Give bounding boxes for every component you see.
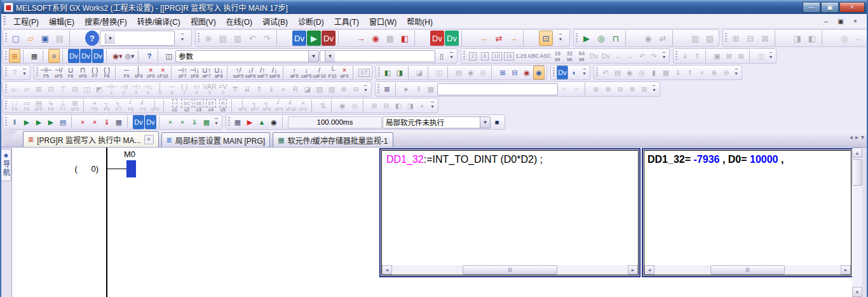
monitor-mode-button[interactable]: ⊡ bbox=[539, 31, 553, 46]
statement-edit-button[interactable]: ▨ bbox=[326, 82, 337, 96]
menu-edit[interactable]: 编辑(E) bbox=[44, 14, 79, 29]
zoom-in-2-button[interactable]: ⊕ bbox=[338, 82, 349, 96]
edit-block-button[interactable]: ◪ bbox=[414, 66, 425, 79]
toolbar-overflow[interactable]: ▾ bbox=[213, 115, 220, 129]
scroll-down-arrow-icon[interactable]: ▼ bbox=[852, 287, 862, 297]
sfc-sort-button[interactable]: ⇅ bbox=[317, 99, 329, 113]
chart-2-button[interactable]: ▨ bbox=[703, 31, 717, 46]
device-comment-list-button[interactable]: Dv bbox=[68, 49, 79, 63]
blank-button-2[interactable]: ▫ bbox=[571, 82, 582, 96]
write-to-plc-button[interactable]: → bbox=[354, 31, 368, 46]
pulse-measure-button[interactable]: ⊓ bbox=[609, 31, 623, 46]
device-comment-button[interactable]: Dv bbox=[292, 31, 306, 46]
find-down-button[interactable]: ⇓ bbox=[672, 66, 684, 79]
sfc-st-button[interactable]: ST c4 bbox=[205, 99, 217, 113]
sfc-step-button[interactable]: □ F5 bbox=[9, 99, 20, 113]
pulse-up-contact-button[interactable]: ⊣↑ sF7 bbox=[177, 66, 188, 79]
find-4-button[interactable]: ◎ bbox=[636, 66, 648, 79]
contact-3-button[interactable]: ⊣↑ 3 bbox=[130, 82, 142, 96]
coil-button[interactable]: ( ) F7 bbox=[89, 66, 100, 79]
device-edit-1-button[interactable]: Dv bbox=[588, 49, 599, 63]
device-next-button[interactable]: → bbox=[624, 49, 635, 63]
trace-transfer-button[interactable]: ⇄ bbox=[656, 31, 670, 46]
note-edit-button[interactable]: ▧ bbox=[314, 82, 325, 96]
sfc-se-button[interactable]: SE c3 bbox=[193, 99, 205, 113]
ladder-canvas[interactable]: ( 0) M0 DD1_32:=INT_TO_DINT (D0*D2) ; ◄ … bbox=[11, 148, 852, 297]
zoom-out-button[interactable]: ⊖ bbox=[721, 66, 732, 79]
undo-button[interactable]: ↶ bbox=[245, 31, 259, 46]
watch-register-button[interactable]: ◎ bbox=[594, 31, 608, 46]
inline-st-box[interactable]: DD1_32:=INT_TO_DINT (D0*D2) ; ◄ ► bbox=[379, 148, 641, 277]
display-abc-button[interactable]: ABC bbox=[527, 49, 539, 63]
device-batch-monitor-button[interactable]: Dv bbox=[557, 66, 568, 79]
sfc-jump-button[interactable]: ↳ F8 bbox=[45, 99, 57, 113]
find-in-page-button[interactable]: ▯ bbox=[436, 49, 447, 63]
step-down-button[interactable]: ⇓ bbox=[189, 115, 200, 129]
display-ascii-button[interactable]: ASC bbox=[539, 49, 551, 63]
toolbar-overflow[interactable]: ▾ bbox=[553, 31, 567, 46]
cross-reference-button[interactable]: ◎ bbox=[837, 31, 851, 46]
verify-with-plc-button[interactable]: ▦ bbox=[383, 31, 397, 46]
device-prev-button[interactable]: ← bbox=[612, 49, 623, 63]
mdi-restore-button[interactable]: ▣ bbox=[834, 16, 847, 26]
tab-list-button[interactable]: ▾ bbox=[861, 134, 864, 141]
close-branch-button[interactable]: ⊓ sF6 bbox=[77, 66, 88, 79]
find-device-button[interactable]: ◉ bbox=[465, 66, 477, 79]
var-0-button[interactable]: =V 0 bbox=[217, 82, 229, 96]
scroll-thumb[interactable] bbox=[463, 265, 557, 275]
find-string-combo[interactable] bbox=[320, 50, 435, 62]
sfc-find-table-button[interactable]: ◉ bbox=[337, 99, 348, 113]
chart-1-button[interactable]: ▥ bbox=[688, 31, 702, 46]
pulse-not-up-contact-button[interactable]: ↑/ saF5 bbox=[233, 66, 244, 79]
outline-expand-button[interactable]: ⇑ bbox=[691, 49, 703, 63]
menu-find-replace[interactable]: 搜索/替换(F) bbox=[79, 14, 132, 29]
document-2-button[interactable]: ▤ bbox=[612, 66, 623, 79]
sfc-a-branch-3-button[interactable]: ┘ aF9 bbox=[273, 99, 285, 113]
tree-view-1-button[interactable]: ⊞ bbox=[497, 66, 508, 79]
tab-local-label[interactable]: ≣ 局部标签设置 MAIN [PRG] × bbox=[161, 132, 271, 147]
tree-view-2-button[interactable]: ⊟ bbox=[509, 66, 520, 79]
device-display-dropdown[interactable]: ◉▾ bbox=[112, 49, 123, 63]
result-falling-button[interactable]: ↓ caF5 bbox=[301, 66, 312, 79]
pulse-pair-up-button[interactable]: ⇈ bbox=[229, 82, 241, 96]
open-branch-button[interactable]: ⊔ F6 bbox=[65, 66, 76, 79]
register-table-button[interactable]: ▦ bbox=[113, 115, 125, 129]
sfc-delete-button[interactable]: × cF9 bbox=[297, 99, 309, 113]
interlock-edit-button[interactable]: ▱ bbox=[21, 82, 32, 96]
editor-vertical-scrollbar[interactable]: ▲ ▼ bbox=[852, 148, 862, 297]
sfc-person-2-button[interactable]: ◨ bbox=[405, 99, 416, 113]
sfc-find-button[interactable]: ◎ bbox=[349, 99, 360, 113]
coil-7-button[interactable]: ( ) 7 bbox=[179, 82, 190, 96]
monitor-start-button[interactable]: ▶ bbox=[21, 115, 32, 129]
toolbar-overflow[interactable]: ▾ bbox=[175, 31, 189, 46]
monitor-interval-button[interactable]: ◐ bbox=[569, 66, 580, 79]
undo-trace-button[interactable]: ↶ bbox=[600, 66, 611, 79]
module-configuration-button[interactable]: ▦ bbox=[29, 49, 40, 63]
menu-online[interactable]: 在线(O) bbox=[221, 14, 257, 29]
tab-scroll-left-button[interactable]: ◂ bbox=[850, 134, 853, 141]
line-mode-button[interactable]: ◫ bbox=[433, 66, 445, 79]
vertical-5-button[interactable]: │ 5 bbox=[154, 82, 166, 96]
pulse-down-branch-button[interactable]: ⊔↓ aF8 bbox=[213, 66, 224, 79]
edge-select-button[interactable]: ◩ bbox=[93, 82, 105, 96]
device-edit-button[interactable]: Dv bbox=[445, 31, 459, 46]
pulse-down-2-button[interactable]: ⇓ bbox=[266, 82, 277, 96]
forced-on-button[interactable]: × bbox=[165, 115, 176, 129]
display-octal-button[interactable]: 8 bbox=[479, 49, 491, 63]
column-select-button[interactable]: ◫ bbox=[81, 82, 93, 96]
window-cascade-button[interactable]: ▣ bbox=[711, 49, 722, 63]
sfc-a-branch-1-button[interactable]: ┐ aF7 bbox=[249, 99, 261, 113]
mdi-minimize-button[interactable]: – bbox=[820, 16, 832, 26]
grid-1-button[interactable]: ⊞ bbox=[33, 82, 44, 96]
sfc-branch-1-button[interactable]: ┐ F6 bbox=[101, 99, 112, 113]
sfc-a-vertical-button[interactable]: │ aF5 bbox=[237, 99, 248, 113]
vertical-line-button[interactable]: │ sF9 bbox=[133, 66, 144, 79]
display-32bit-button[interactable]: 32 bit bbox=[564, 49, 575, 63]
toolbar-overflow[interactable]: ▾ bbox=[651, 82, 658, 96]
jump-prev-button[interactable]: ← bbox=[852, 31, 866, 46]
sfc-tree-2-button[interactable]: ⊟ bbox=[381, 99, 392, 113]
watch-value-box[interactable]: DD1_32= -7936 , D0= 10000 , ◄ ► bbox=[642, 148, 853, 277]
contact-m0-on[interactable] bbox=[126, 160, 136, 177]
sfc-r-button[interactable]: R c5 bbox=[217, 99, 229, 113]
pulse-down-contact-button[interactable]: ⊣↓ sF8 bbox=[189, 66, 200, 79]
